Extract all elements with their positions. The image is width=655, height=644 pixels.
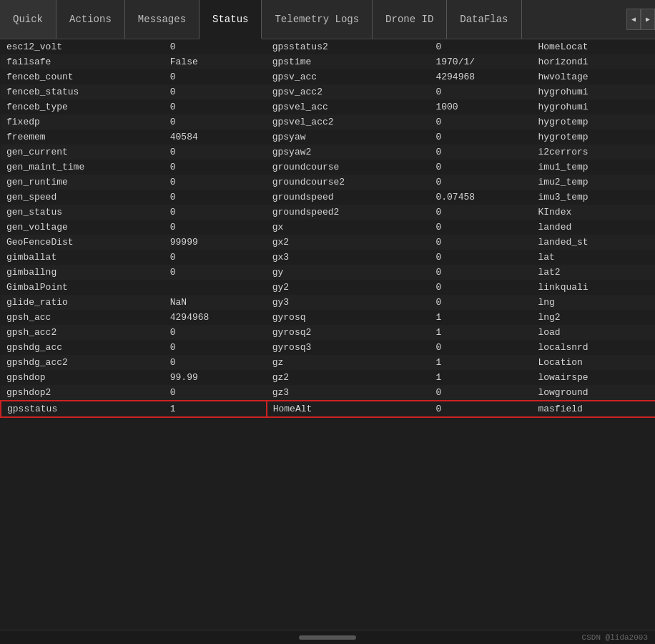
cell-col-name: freemem (1, 130, 164, 145)
cell-col-name: gen_maint_time (1, 160, 164, 175)
table-row: esc12_volt0gpsstatus20HomeLocat (1, 39, 655, 54)
cell-col-val: False (164, 54, 267, 69)
cell-col-val2: 4294968 (430, 69, 532, 84)
scrollbar-indicator[interactable] (299, 635, 356, 640)
cell-col-name2: groundcourse2 (267, 175, 430, 190)
cell-col-name: gpshdg_acc (1, 340, 164, 355)
cell-col-val2: 0 (430, 114, 532, 130)
cell-col-val2: 0 (430, 84, 532, 99)
cell-col-name2: gpsyaw (267, 130, 430, 145)
cell-col-name: gen_status (1, 205, 164, 220)
tab-actions[interactable]: Actions (56, 0, 125, 39)
cell-col-name2: groundspeed (267, 190, 430, 205)
table-row: failsafeFalsegpstime1970/1/horizondi (1, 54, 655, 69)
cell-col-name3: lowground (532, 385, 655, 401)
cell-col-val: 99.99 (164, 370, 267, 385)
cell-col-name3: hygrotemp (532, 114, 655, 130)
table-row: gimballng0gy0lat2 (1, 265, 655, 280)
cell-col-name3: imu3_temp (532, 190, 655, 205)
cell-col-name: gpsh_acc (1, 310, 164, 325)
cell-col-val: 0 (164, 265, 267, 280)
cell-col-name2: gy (267, 265, 430, 280)
cell-col-name2: gyrosq2 (267, 325, 430, 340)
table-row: glide_ratioNaNgy30lng (1, 295, 655, 310)
table-row: GeoFenceDist99999gx20landed_st (1, 235, 655, 250)
scroll-left-button[interactable]: ◀ (626, 9, 641, 30)
cell-col-name: fenceb_status (1, 84, 164, 99)
cell-col-name3: linkquali (532, 280, 655, 295)
cell-col-name: gimballng (1, 265, 164, 280)
cell-col-val2: 0 (430, 280, 532, 295)
cell-col-name: gen_speed (1, 190, 164, 205)
table-row: gpshdg_acc0gyrosq30localsnrd (1, 340, 655, 355)
cell-col-name3: lat2 (532, 265, 655, 280)
cell-col-name2: groundcourse (267, 160, 430, 175)
cell-col-val: 0 (164, 69, 267, 84)
tab-messages[interactable]: Messages (125, 0, 200, 39)
table-row: gpshdop99.99gz21lowairspe (1, 370, 655, 385)
cell-col-val: 0 (164, 220, 267, 235)
cell-col-val2: 0 (430, 265, 532, 280)
cell-col-val: 0 (164, 385, 267, 401)
tab-telemetry-logs[interactable]: Telemetry Logs (262, 0, 373, 39)
table-row: GimbalPointgy20linkquali (1, 280, 655, 295)
cell-col-val: 40584 (164, 130, 267, 145)
table-row: gpshdg_acc20gz1Location (1, 355, 655, 370)
cell-col-val: 0 (164, 205, 267, 220)
tab-quick[interactable]: Quick (0, 0, 56, 39)
cell-col-val2: 0 (430, 160, 532, 175)
cell-col-val2: 0 (430, 39, 532, 54)
cell-col-val2: 1 (430, 355, 532, 370)
status-table: esc12_volt0gpsstatus20HomeLocatfailsafeF… (0, 39, 655, 418)
cell-col-name2: gyrosq (267, 310, 430, 325)
table-row: gen_current0gpsyaw20i2cerrors (1, 145, 655, 160)
table-row: fenceb_type0gpsvel_acc1000hygrohumi (1, 99, 655, 114)
cell-col-name: gpshdop (1, 370, 164, 385)
cell-col-name3: Location (532, 355, 655, 370)
table-row: gpsh_acc20gyrosq21load (1, 325, 655, 340)
cell-col-val: 0 (164, 84, 267, 99)
cell-col-name2: gz2 (267, 370, 430, 385)
tab-status[interactable]: Status (200, 0, 262, 39)
cell-col-name2: gpsvel_acc2 (267, 114, 430, 130)
tab-bar: QuickActionsMessagesStatusTelemetry Logs… (0, 0, 655, 39)
cell-col-name2: gz (267, 355, 430, 370)
cell-col-name3: hygrohumi (532, 84, 655, 99)
cell-col-name2: gyrosq3 (267, 340, 430, 355)
cell-col-val2: 0 (430, 385, 532, 401)
cell-col-name2: gpsv_acc (267, 69, 430, 84)
cell-col-name3: horizondi (532, 54, 655, 69)
scroll-right-button[interactable]: ▶ (641, 9, 655, 30)
table-row: gen_maint_time0groundcourse0imu1_temp (1, 160, 655, 175)
data-table-container[interactable]: esc12_volt0gpsstatus20HomeLocatfailsafeF… (0, 39, 655, 630)
cell-col-val2: 0 (430, 220, 532, 235)
table-row: gen_status0groundspeed20KIndex (1, 205, 655, 220)
watermark: CSDN @lida2003 (582, 633, 648, 642)
cell-col-val2: 0 (430, 295, 532, 310)
status-bar: CSDN @lida2003 (0, 630, 655, 644)
cell-col-val2: 0 (430, 205, 532, 220)
cell-col-val: 0 (164, 160, 267, 175)
tab-drone-id[interactable]: Drone ID (373, 0, 447, 39)
cell-col-name: esc12_volt (1, 39, 164, 54)
cell-col-name: GimbalPoint (1, 280, 164, 295)
cell-col-name3: imu2_temp (532, 175, 655, 190)
cell-col-val: 0 (164, 190, 267, 205)
cell-col-name2: gx2 (267, 235, 430, 250)
cell-col-name3: lng2 (532, 310, 655, 325)
cell-col-name: gimballat (1, 250, 164, 265)
cell-col-val2: 1 (430, 370, 532, 385)
cell-col-val2: 0 (430, 145, 532, 160)
cell-col-name2: gpsv_acc2 (267, 84, 430, 99)
cell-col-name2: gy3 (267, 295, 430, 310)
cell-col-val: 0 (164, 325, 267, 340)
cell-col-name: glide_ratio (1, 295, 164, 310)
table-row: gpshdop20gz30lowground (1, 385, 655, 401)
cell-col-val: 0 (164, 175, 267, 190)
cell-col-name3: HomeLocat (532, 39, 655, 54)
cell-col-name: gpshdg_acc2 (1, 355, 164, 370)
tab-dataflas[interactable]: DataFlas (447, 0, 521, 39)
table-row: gimballat0gx30lat (1, 250, 655, 265)
cell-col-name: failsafe (1, 54, 164, 69)
cell-col-val: 0 (164, 340, 267, 355)
